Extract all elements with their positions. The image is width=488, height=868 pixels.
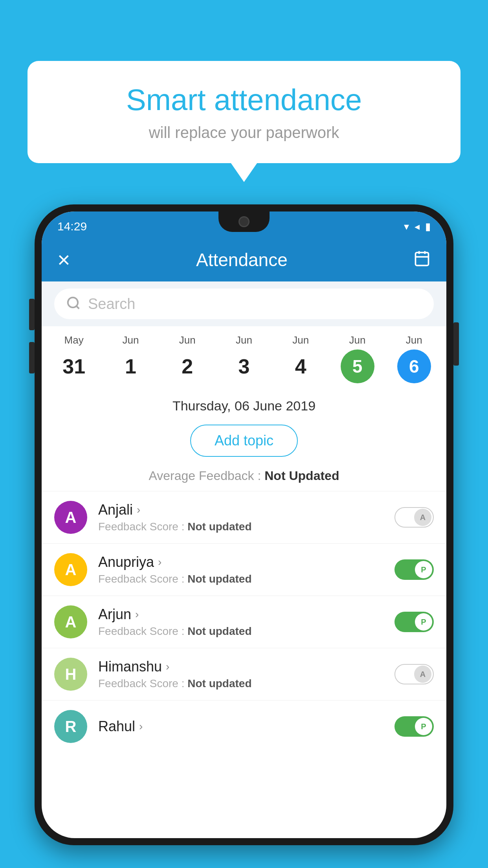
selected-date: Thursday, 06 June 2019 [42,389,446,421]
svg-point-4 [68,298,78,307]
student-item[interactable]: A Anupriya › Feedback Score : Not update… [42,543,446,596]
status-icons: ▾ ◂ ▮ [404,221,431,233]
search-container: Search [42,281,446,326]
feedback-value: Not updated [187,677,251,690]
calendar-day-jun2[interactable]: Jun 2 [159,334,216,389]
student-item[interactable]: H Himanshu › Feedback Score : Not update… [42,648,446,700]
svg-line-5 [76,306,79,309]
feedback-label: Feedback Score : [98,573,184,585]
phone-container: 14:29 ▾ ◂ ▮ × Attendance [35,204,453,868]
phone-screen: 14:29 ▾ ◂ ▮ × Attendance [42,211,446,838]
student-item[interactable]: A Anjali › Feedback Score : Not updated … [42,491,446,543]
volume-down-button [29,342,35,373]
calendar-day-jun5[interactable]: Jun 5 [329,334,385,389]
calendar-day-jun4[interactable]: Jun 4 [272,334,329,389]
calendar-day-jun3[interactable]: Jun 3 [216,334,272,389]
signal-icon: ◂ [415,221,420,233]
student-name-text: Arjun [98,606,131,623]
close-button[interactable]: × [57,249,70,271]
student-avatar: H [54,658,87,691]
camera [238,216,250,227]
attendance-toggle-present[interactable]: P [394,559,434,580]
student-avatar: R [54,710,87,743]
status-time: 14:29 [57,220,87,233]
feedback-value: Not updated [187,520,251,533]
chevron-right-icon: › [158,556,161,568]
chevron-right-icon: › [135,608,139,621]
calendar-day-jun6[interactable]: Jun 6 [386,334,442,389]
feedback-value: Not updated [187,625,251,637]
search-icon [66,296,81,312]
attendance-toggle-present[interactable]: P [394,716,434,737]
student-avatar: A [54,553,87,586]
add-topic-container: Add topic [42,421,446,465]
chevron-right-icon: › [166,660,169,673]
student-info: Rahul › [98,718,394,735]
attendance-toggle-absent[interactable]: A [394,664,434,684]
toggle-knob: P [415,718,432,735]
toggle-knob: P [415,613,432,631]
phone-notch [218,211,270,232]
phone-frame: 14:29 ▾ ◂ ▮ × Attendance [35,204,453,845]
feedback-label: Feedback Score : [98,677,184,690]
student-avatar: A [54,501,87,534]
calendar-day-may31[interactable]: May 31 [46,334,102,389]
student-name-text: Anupriya [98,554,154,570]
attendance-toggle-present[interactable]: P [394,612,434,632]
volume-up-button [29,299,35,330]
student-list: A Anjali › Feedback Score : Not updated … [42,491,446,752]
svg-rect-0 [415,252,428,265]
chevron-right-icon: › [137,504,140,516]
toggle-knob: A [414,509,431,526]
student-name-text: Himanshu [98,658,162,675]
battery-icon: ▮ [425,221,431,233]
add-topic-button[interactable]: Add topic [190,425,298,457]
app-title: Attendance [196,249,288,270]
feedback-label: Feedback Score : [98,625,184,637]
speech-bubble-container: Smart attendance will replace your paper… [28,61,460,163]
student-name-text: Anjali [98,502,133,518]
student-info: Arjun › Feedback Score : Not updated [98,606,394,638]
feedback-label: Feedback Score : [98,520,184,533]
toggle-knob: P [415,561,432,578]
speech-bubble-subtitle: will replace your paperwork [51,124,437,142]
student-item[interactable]: R Rahul › P [42,700,446,752]
wifi-icon: ▾ [404,221,409,233]
student-avatar: A [54,605,87,638]
student-name-text: Rahul [98,718,135,735]
attendance-toggle-absent[interactable]: A [394,507,434,528]
power-button [453,322,459,366]
avg-feedback: Average Feedback : Not Updated [42,465,446,491]
feedback-value: Not updated [187,573,251,585]
app-header: × Attendance [42,238,446,281]
speech-bubble: Smart attendance will replace your paper… [28,61,460,163]
calendar-day-jun1[interactable]: Jun 1 [102,334,159,389]
chevron-right-icon: › [139,720,143,733]
student-info: Himanshu › Feedback Score : Not updated [98,658,394,690]
search-input[interactable]: Search [88,296,135,313]
speech-bubble-title: Smart attendance [51,83,437,117]
calendar-icon[interactable] [413,250,431,270]
calendar-row: May 31 Jun 1 Jun 2 Jun 3 [42,326,446,389]
student-info: Anjali › Feedback Score : Not updated [98,502,394,533]
student-info: Anupriya › Feedback Score : Not updated [98,554,394,585]
search-bar[interactable]: Search [54,289,434,319]
student-item[interactable]: A Arjun › Feedback Score : Not updated P [42,596,446,648]
toggle-knob: A [414,666,431,683]
